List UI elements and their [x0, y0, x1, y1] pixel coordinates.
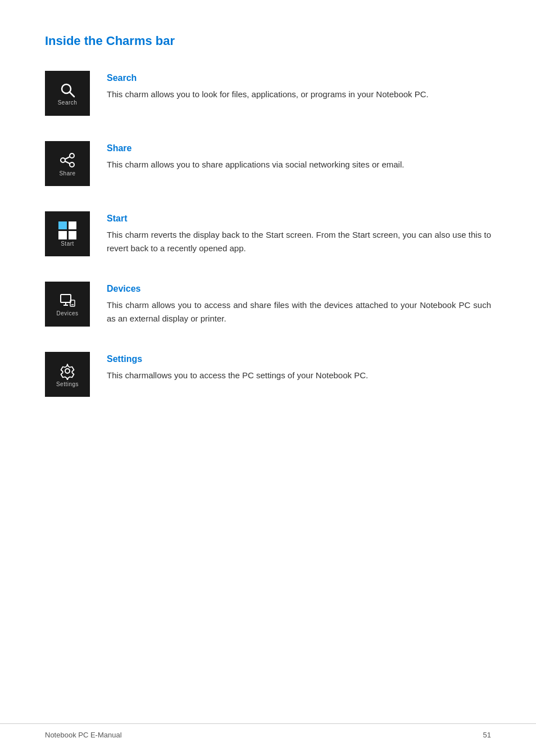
- charm-item-devices: Devices Devices This charm allows you to…: [45, 282, 491, 327]
- charm-item-settings: Settings Settings This charmallows you t…: [45, 352, 491, 397]
- search-charm-description: This charm allows you to look for files,…: [107, 88, 491, 101]
- share-icon-label: Share: [59, 170, 75, 176]
- svg-point-4: [70, 162, 74, 167]
- start-charm-icon-box: Start: [45, 211, 90, 256]
- devices-charm-icon-box: Devices: [45, 282, 90, 327]
- settings-charm-description: This charmallows you to access the PC se…: [107, 369, 491, 382]
- start-charm-description: This charm reverts the display back to t…: [107, 228, 491, 255]
- footer-manual-name: Notebook PC E-Manual: [45, 731, 122, 739]
- start-icon-label: Start: [61, 241, 74, 247]
- svg-rect-7: [61, 295, 71, 302]
- search-charm-content: Search This charm allows you to look for…: [107, 71, 491, 101]
- share-charm-content: Share This charm allows you to share app…: [107, 141, 491, 171]
- devices-charm-content: Devices This charm allows you to access …: [107, 282, 491, 325]
- page-footer: Notebook PC E-Manual 51: [0, 723, 536, 739]
- search-charm-title: Search: [107, 73, 491, 83]
- svg-point-12: [65, 369, 70, 373]
- devices-icon-label: Devices: [56, 310, 78, 316]
- settings-icon: [58, 362, 76, 380]
- share-charm-description: This charm allows you to share applicati…: [107, 158, 491, 171]
- settings-icon-label: Settings: [56, 381, 79, 387]
- search-icon-label: Search: [58, 99, 78, 106]
- share-charm-icon-box: Share: [45, 141, 90, 186]
- page-container: Inside the Charms bar Search Search This…: [0, 0, 536, 467]
- charm-item-share: Share Share This charm allows you to sha…: [45, 141, 491, 186]
- start-charm-content: Start This charm reverts the display bac…: [107, 211, 491, 255]
- charm-item-start: Start Start This charm reverts the displ…: [45, 211, 491, 256]
- search-charm-icon-box: Search: [45, 71, 90, 116]
- svg-line-6: [65, 161, 70, 164]
- svg-line-1: [70, 92, 74, 97]
- settings-charm-title: Settings: [107, 354, 491, 364]
- svg-point-2: [70, 153, 74, 158]
- settings-charm-icon-box: Settings: [45, 352, 90, 397]
- svg-line-5: [65, 157, 70, 159]
- search-icon: [59, 82, 76, 98]
- devices-charm-description: This charm allows you to access and shar…: [107, 298, 491, 325]
- start-charm-title: Start: [107, 214, 491, 224]
- devices-charm-title: Devices: [107, 284, 491, 294]
- svg-point-3: [61, 158, 65, 162]
- start-icon: [58, 221, 76, 239]
- footer-page-number: 51: [483, 731, 491, 739]
- share-icon: [58, 151, 76, 169]
- share-charm-title: Share: [107, 143, 491, 153]
- devices-icon: [59, 292, 76, 309]
- settings-charm-content: Settings This charmallows you to access …: [107, 352, 491, 382]
- page-title: Inside the Charms bar: [45, 34, 491, 48]
- charm-item-search: Search Search This charm allows you to l…: [45, 71, 491, 116]
